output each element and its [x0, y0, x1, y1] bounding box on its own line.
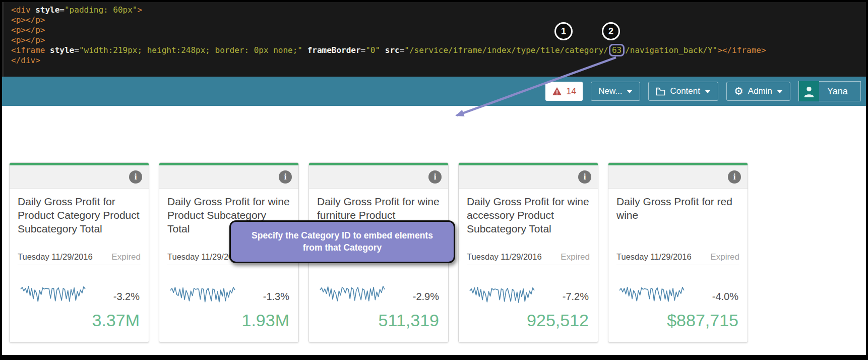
tile-header: i — [459, 165, 598, 189]
tile-change-percent: -4.0% — [712, 291, 739, 303]
tile-value: 511,319 — [317, 311, 440, 330]
tile-spark-row: -1.3% — [167, 274, 290, 305]
screenshot-frame: <div style="padding: 60px"><p></p><p></p… — [0, 0, 868, 360]
user-name: Yana — [819, 86, 848, 97]
tile-date: Tuesday 11/29/2016 — [467, 252, 542, 262]
alert-count: 14 — [566, 86, 576, 97]
content-button[interactable]: Content — [648, 82, 718, 101]
tile-status-badge: Expired — [561, 252, 590, 262]
admin-button[interactable]: ⚙ Admin — [726, 82, 790, 101]
admin-button-label: Admin — [748, 86, 772, 96]
tile-divider — [317, 265, 440, 265]
code-token: = — [400, 45, 405, 55]
chevron-down-icon — [627, 90, 633, 93]
sparkline-chart — [618, 274, 685, 305]
tile-date: Tuesday 11/29/2016 — [616, 252, 692, 262]
annotation-callout: Specify the Category ID to embed element… — [229, 220, 455, 263]
tile-title: Daily Gross Profit for wine accessory Pr… — [467, 195, 590, 249]
avatar — [799, 81, 819, 101]
gear-icon: ⚙ — [734, 86, 743, 97]
tile-divider — [167, 265, 290, 265]
code-line: <p></p> — [11, 25, 866, 35]
tile-body: Daily Gross Profit for Product Category … — [10, 189, 149, 330]
code-line: <div style="padding: 60px"> — [11, 5, 866, 15]
code-token — [302, 45, 307, 55]
code-token: /navigation_back/Y" — [625, 45, 717, 55]
annotation-step-1-marker: 1 — [554, 22, 573, 40]
code-token: style — [35, 5, 59, 15]
tile-spark-row: -3.2% — [18, 274, 141, 305]
code-token: </div> — [11, 55, 40, 65]
tile-value: 1.93M — [167, 311, 290, 330]
tile-divider — [18, 265, 141, 265]
tile-divider — [467, 265, 590, 265]
tile-header: i — [608, 165, 748, 189]
code-token: <p></p> — [11, 15, 45, 25]
dashboard-tile[interactable]: i Daily Gross Profit for red wine Tuesda… — [608, 162, 748, 343]
code-editor-lines: <div style="padding: 60px"><p></p><p></p… — [11, 5, 866, 66]
code-token: <iframe — [11, 45, 50, 55]
code-token: > — [137, 5, 142, 15]
sparkline-chart — [169, 274, 236, 305]
sparkline-chart — [319, 274, 386, 305]
tile-header: i — [10, 165, 149, 189]
tile-body: Daily Gross Profit for wine accessory Pr… — [459, 189, 598, 330]
new-button[interactable]: New... — [591, 82, 640, 101]
tile-meta: Tuesday 11/29/2016 Expired — [18, 252, 141, 262]
tile-change-percent: -7.2% — [563, 291, 590, 303]
content-button-label: Content — [670, 86, 700, 96]
warning-triangle-icon — [552, 87, 562, 96]
marker-number: 1 — [561, 26, 566, 37]
code-token: "width:219px; height:248px; border: 0px … — [79, 45, 302, 55]
code-token: = — [361, 45, 366, 55]
chevron-down-icon — [705, 90, 711, 93]
code-line: </div> — [11, 55, 866, 66]
code-token: "0" — [365, 45, 380, 55]
tile-title: Daily Gross Profit for red wine — [616, 195, 739, 249]
tile-change-percent: -1.3% — [263, 291, 290, 303]
tile-spark-row: -2.9% — [317, 274, 440, 305]
dashboard-tile[interactable]: i Daily Gross Profit for wine accessory … — [458, 162, 598, 343]
new-button-label: New... — [598, 86, 622, 96]
top-toolbar: 14 New... Content ⚙ Admin — [2, 77, 866, 106]
callout-text: Specify the Category ID to embed element… — [245, 230, 440, 254]
code-token: style — [50, 45, 74, 55]
code-editor[interactable]: <div style="padding: 60px"><p></p><p></p… — [2, 2, 866, 77]
tile-change-percent: -2.9% — [413, 291, 440, 303]
tile-divider — [616, 265, 739, 265]
code-token: = — [74, 45, 79, 55]
tile-status-badge: Expired — [111, 252, 141, 262]
folder-icon — [656, 87, 665, 96]
marker-number: 2 — [608, 26, 613, 37]
code-token: "padding: 60px" — [65, 5, 138, 15]
code-token: "/service/iframe/index/type/tile/categor… — [404, 45, 608, 55]
info-icon[interactable]: i — [279, 170, 292, 184]
code-token: <p></p> — [11, 25, 45, 35]
tile-value: 3.37M — [18, 311, 141, 330]
info-icon[interactable]: i — [129, 170, 142, 184]
category-id-highlight: 63 — [609, 44, 625, 56]
user-menu[interactable]: Yana — [798, 81, 861, 101]
info-icon[interactable]: i — [578, 170, 591, 184]
person-icon — [802, 85, 816, 98]
code-line: <iframe style="width:219px; height:248px… — [11, 45, 866, 55]
dashboard-content: Specify the Category ID to embed element… — [2, 106, 866, 355]
tile-status-badge: Expired — [710, 252, 739, 262]
dashboard-tile[interactable]: i Daily Gross Profit for Product Categor… — [9, 162, 149, 343]
code-token: src — [385, 45, 400, 55]
code-token: = — [59, 5, 65, 15]
annotation-step-2-marker: 2 — [602, 22, 620, 40]
tile-date: Tuesday 11/29/2016 — [18, 252, 93, 262]
code-line: <p></p> — [11, 15, 866, 25]
code-token: <p></p> — [11, 35, 45, 45]
code-token: ></iframe> — [717, 45, 766, 55]
tile-change-percent: -3.2% — [113, 291, 141, 303]
info-icon[interactable]: i — [728, 170, 741, 184]
tile-title: Daily Gross Profit for Product Category … — [18, 195, 141, 249]
code-token: <div — [11, 5, 35, 15]
alerts-badge[interactable]: 14 — [545, 82, 583, 101]
tile-spark-row: -7.2% — [467, 274, 590, 305]
info-icon[interactable]: i — [428, 170, 442, 184]
tile-header: i — [309, 165, 448, 189]
tile-header: i — [159, 165, 298, 189]
